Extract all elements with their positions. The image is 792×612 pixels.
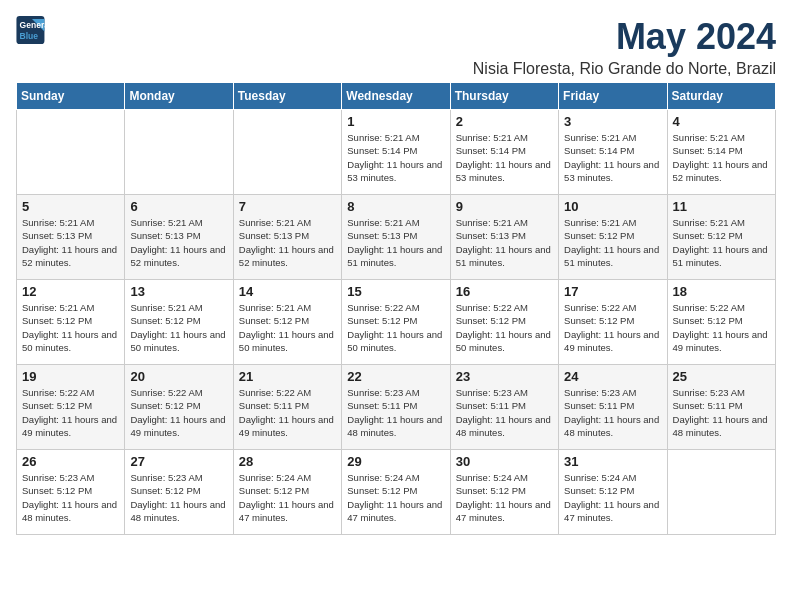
day-number: 1 xyxy=(347,114,444,129)
day-number: 7 xyxy=(239,199,336,214)
day-number: 14 xyxy=(239,284,336,299)
day-number: 16 xyxy=(456,284,553,299)
calendar-cell: 9Sunrise: 5:21 AM Sunset: 5:13 PM Daylig… xyxy=(450,195,558,280)
day-info: Sunrise: 5:23 AM Sunset: 5:11 PM Dayligh… xyxy=(564,386,661,439)
day-number: 19 xyxy=(22,369,119,384)
day-number: 29 xyxy=(347,454,444,469)
calendar-cell: 3Sunrise: 5:21 AM Sunset: 5:14 PM Daylig… xyxy=(559,110,667,195)
calendar-cell: 25Sunrise: 5:23 AM Sunset: 5:11 PM Dayli… xyxy=(667,365,775,450)
weekday-header: Wednesday xyxy=(342,83,450,110)
logo: General Blue xyxy=(16,16,48,44)
day-info: Sunrise: 5:22 AM Sunset: 5:12 PM Dayligh… xyxy=(456,301,553,354)
day-info: Sunrise: 5:23 AM Sunset: 5:11 PM Dayligh… xyxy=(456,386,553,439)
day-number: 27 xyxy=(130,454,227,469)
calendar-header: SundayMondayTuesdayWednesdayThursdayFrid… xyxy=(17,83,776,110)
day-number: 28 xyxy=(239,454,336,469)
calendar-cell xyxy=(233,110,341,195)
calendar-cell: 21Sunrise: 5:22 AM Sunset: 5:11 PM Dayli… xyxy=(233,365,341,450)
calendar-cell: 16Sunrise: 5:22 AM Sunset: 5:12 PM Dayli… xyxy=(450,280,558,365)
day-number: 8 xyxy=(347,199,444,214)
calendar-cell: 24Sunrise: 5:23 AM Sunset: 5:11 PM Dayli… xyxy=(559,365,667,450)
day-info: Sunrise: 5:21 AM Sunset: 5:12 PM Dayligh… xyxy=(239,301,336,354)
day-number: 31 xyxy=(564,454,661,469)
day-info: Sunrise: 5:21 AM Sunset: 5:13 PM Dayligh… xyxy=(130,216,227,269)
calendar-week-row: 1Sunrise: 5:21 AM Sunset: 5:14 PM Daylig… xyxy=(17,110,776,195)
weekday-header: Thursday xyxy=(450,83,558,110)
day-info: Sunrise: 5:21 AM Sunset: 5:13 PM Dayligh… xyxy=(239,216,336,269)
weekday-header: Sunday xyxy=(17,83,125,110)
day-number: 30 xyxy=(456,454,553,469)
day-info: Sunrise: 5:22 AM Sunset: 5:12 PM Dayligh… xyxy=(347,301,444,354)
day-number: 13 xyxy=(130,284,227,299)
day-number: 26 xyxy=(22,454,119,469)
calendar-cell: 30Sunrise: 5:24 AM Sunset: 5:12 PM Dayli… xyxy=(450,450,558,535)
day-number: 21 xyxy=(239,369,336,384)
day-info: Sunrise: 5:21 AM Sunset: 5:13 PM Dayligh… xyxy=(456,216,553,269)
day-info: Sunrise: 5:21 AM Sunset: 5:14 PM Dayligh… xyxy=(347,131,444,184)
day-info: Sunrise: 5:21 AM Sunset: 5:12 PM Dayligh… xyxy=(130,301,227,354)
day-info: Sunrise: 5:24 AM Sunset: 5:12 PM Dayligh… xyxy=(347,471,444,524)
day-info: Sunrise: 5:23 AM Sunset: 5:12 PM Dayligh… xyxy=(22,471,119,524)
day-info: Sunrise: 5:22 AM Sunset: 5:11 PM Dayligh… xyxy=(239,386,336,439)
weekday-row: SundayMondayTuesdayWednesdayThursdayFrid… xyxy=(17,83,776,110)
svg-text:General: General xyxy=(20,20,48,30)
day-info: Sunrise: 5:22 AM Sunset: 5:12 PM Dayligh… xyxy=(564,301,661,354)
calendar-cell: 10Sunrise: 5:21 AM Sunset: 5:12 PM Dayli… xyxy=(559,195,667,280)
day-number: 4 xyxy=(673,114,770,129)
calendar-cell: 12Sunrise: 5:21 AM Sunset: 5:12 PM Dayli… xyxy=(17,280,125,365)
calendar-cell: 28Sunrise: 5:24 AM Sunset: 5:12 PM Dayli… xyxy=(233,450,341,535)
weekday-header: Tuesday xyxy=(233,83,341,110)
day-info: Sunrise: 5:24 AM Sunset: 5:12 PM Dayligh… xyxy=(456,471,553,524)
logo-icon: General Blue xyxy=(16,16,48,44)
calendar-cell: 18Sunrise: 5:22 AM Sunset: 5:12 PM Dayli… xyxy=(667,280,775,365)
day-info: Sunrise: 5:22 AM Sunset: 5:12 PM Dayligh… xyxy=(673,301,770,354)
calendar: SundayMondayTuesdayWednesdayThursdayFrid… xyxy=(16,82,776,535)
day-number: 10 xyxy=(564,199,661,214)
day-number: 15 xyxy=(347,284,444,299)
calendar-cell: 4Sunrise: 5:21 AM Sunset: 5:14 PM Daylig… xyxy=(667,110,775,195)
day-number: 20 xyxy=(130,369,227,384)
month-title: May 2024 xyxy=(473,16,776,58)
day-info: Sunrise: 5:24 AM Sunset: 5:12 PM Dayligh… xyxy=(239,471,336,524)
day-number: 17 xyxy=(564,284,661,299)
weekday-header: Monday xyxy=(125,83,233,110)
calendar-cell: 23Sunrise: 5:23 AM Sunset: 5:11 PM Dayli… xyxy=(450,365,558,450)
calendar-week-row: 26Sunrise: 5:23 AM Sunset: 5:12 PM Dayli… xyxy=(17,450,776,535)
calendar-cell: 27Sunrise: 5:23 AM Sunset: 5:12 PM Dayli… xyxy=(125,450,233,535)
day-number: 25 xyxy=(673,369,770,384)
calendar-cell: 1Sunrise: 5:21 AM Sunset: 5:14 PM Daylig… xyxy=(342,110,450,195)
title-block: May 2024 Nisia Floresta, Rio Grande do N… xyxy=(473,16,776,78)
day-number: 22 xyxy=(347,369,444,384)
day-info: Sunrise: 5:23 AM Sunset: 5:12 PM Dayligh… xyxy=(130,471,227,524)
day-number: 5 xyxy=(22,199,119,214)
day-info: Sunrise: 5:23 AM Sunset: 5:11 PM Dayligh… xyxy=(673,386,770,439)
calendar-cell: 13Sunrise: 5:21 AM Sunset: 5:12 PM Dayli… xyxy=(125,280,233,365)
weekday-header: Friday xyxy=(559,83,667,110)
calendar-week-row: 19Sunrise: 5:22 AM Sunset: 5:12 PM Dayli… xyxy=(17,365,776,450)
calendar-cell: 5Sunrise: 5:21 AM Sunset: 5:13 PM Daylig… xyxy=(17,195,125,280)
calendar-cell xyxy=(125,110,233,195)
calendar-week-row: 5Sunrise: 5:21 AM Sunset: 5:13 PM Daylig… xyxy=(17,195,776,280)
calendar-cell xyxy=(17,110,125,195)
day-info: Sunrise: 5:21 AM Sunset: 5:14 PM Dayligh… xyxy=(673,131,770,184)
location-title: Nisia Floresta, Rio Grande do Norte, Bra… xyxy=(473,60,776,78)
calendar-cell: 19Sunrise: 5:22 AM Sunset: 5:12 PM Dayli… xyxy=(17,365,125,450)
weekday-header: Saturday xyxy=(667,83,775,110)
calendar-cell: 14Sunrise: 5:21 AM Sunset: 5:12 PM Dayli… xyxy=(233,280,341,365)
calendar-cell: 6Sunrise: 5:21 AM Sunset: 5:13 PM Daylig… xyxy=(125,195,233,280)
calendar-cell: 11Sunrise: 5:21 AM Sunset: 5:12 PM Dayli… xyxy=(667,195,775,280)
day-number: 11 xyxy=(673,199,770,214)
day-info: Sunrise: 5:21 AM Sunset: 5:14 PM Dayligh… xyxy=(456,131,553,184)
calendar-cell: 20Sunrise: 5:22 AM Sunset: 5:12 PM Dayli… xyxy=(125,365,233,450)
day-number: 3 xyxy=(564,114,661,129)
calendar-cell: 2Sunrise: 5:21 AM Sunset: 5:14 PM Daylig… xyxy=(450,110,558,195)
calendar-body: 1Sunrise: 5:21 AM Sunset: 5:14 PM Daylig… xyxy=(17,110,776,535)
day-number: 18 xyxy=(673,284,770,299)
day-info: Sunrise: 5:22 AM Sunset: 5:12 PM Dayligh… xyxy=(22,386,119,439)
calendar-cell: 31Sunrise: 5:24 AM Sunset: 5:12 PM Dayli… xyxy=(559,450,667,535)
day-info: Sunrise: 5:21 AM Sunset: 5:13 PM Dayligh… xyxy=(22,216,119,269)
calendar-cell: 29Sunrise: 5:24 AM Sunset: 5:12 PM Dayli… xyxy=(342,450,450,535)
calendar-cell: 17Sunrise: 5:22 AM Sunset: 5:12 PM Dayli… xyxy=(559,280,667,365)
calendar-cell: 22Sunrise: 5:23 AM Sunset: 5:11 PM Dayli… xyxy=(342,365,450,450)
day-info: Sunrise: 5:22 AM Sunset: 5:12 PM Dayligh… xyxy=(130,386,227,439)
